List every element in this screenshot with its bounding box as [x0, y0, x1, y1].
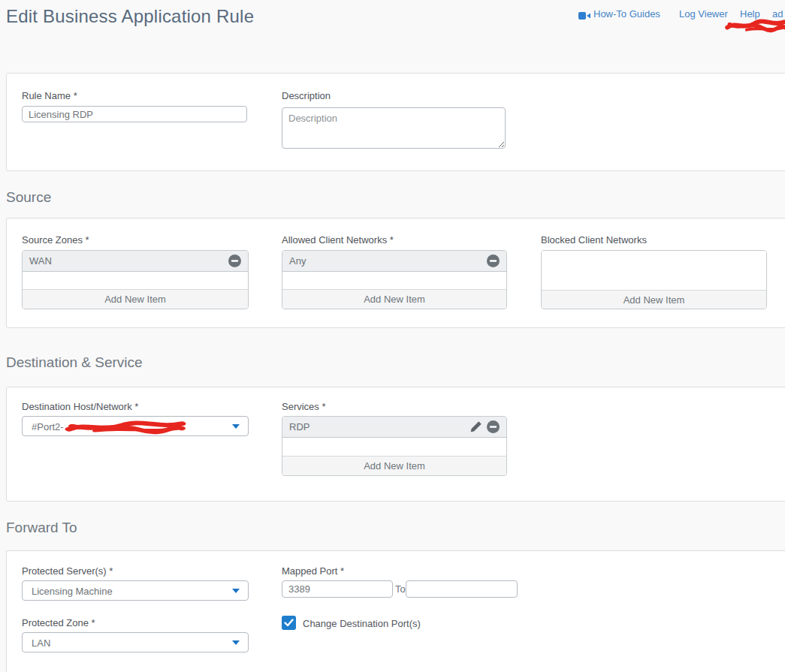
allowed-client-networks-list: Any Add New Item: [282, 250, 507, 309]
destination-host-network-dropdown[interactable]: #Port2-: [22, 416, 249, 436]
remove-item-icon[interactable]: [228, 255, 241, 267]
destination-service-section-heading: Destination & Service: [6, 354, 143, 371]
nav-how-to-guides[interactable]: How-To Guides: [593, 8, 660, 20]
destination-service-card: Destination Host/Network * #Port2- Servi…: [6, 387, 785, 502]
add-new-item-button[interactable]: Add New Item: [282, 289, 506, 309]
protected-servers-label: Protected Server(s) *: [22, 565, 113, 577]
rule-name-label: Rule Name *: [22, 90, 77, 101]
check-icon: [284, 619, 294, 627]
list-spacer: [282, 272, 506, 289]
page-title: Edit Business Application Rule: [6, 6, 254, 27]
blocked-client-networks-label: Blocked Client Networks: [541, 234, 647, 246]
add-new-item-button[interactable]: Add New Item: [542, 290, 766, 309]
list-item-label: WAN: [29, 255, 224, 267]
protected-zone-dropdown[interactable]: LAN: [22, 632, 249, 652]
source-card: Source Zones * WAN Add New Item Allowed …: [6, 218, 785, 328]
services-label: Services *: [282, 401, 326, 412]
list-item-label: RDP: [289, 421, 465, 432]
list-item: RDP: [282, 417, 506, 438]
redaction-scribble-destination: [65, 419, 186, 435]
video-camera-icon: [578, 10, 590, 19]
description-textarea[interactable]: [282, 107, 506, 149]
forward-to-card: Protected Server(s) * Licensing Machine …: [6, 550, 785, 672]
general-card: Rule Name * Description: [6, 73, 785, 171]
source-zones-label: Source Zones *: [22, 234, 89, 246]
protected-servers-dropdown[interactable]: Licensing Machine: [22, 580, 249, 601]
dropdown-value: #Port2-: [32, 421, 64, 432]
change-destination-ports-label: Change Destination Port(s): [303, 618, 421, 629]
list-spacer: [542, 251, 766, 290]
list-item: Any: [282, 251, 506, 272]
nav-help[interactable]: Help: [740, 8, 760, 20]
mapped-port-to-label: To: [395, 583, 406, 595]
mapped-port-input[interactable]: [282, 580, 393, 598]
allowed-client-networks-label: Allowed Client Networks *: [282, 234, 394, 246]
add-new-item-button[interactable]: Add New Item: [23, 289, 248, 309]
add-new-item-button[interactable]: Add New Item: [282, 456, 506, 475]
destination-host-network-label: Destination Host/Network *: [22, 401, 138, 412]
redaction-scribble-header: [725, 17, 785, 33]
nav-log-viewer[interactable]: Log Viewer: [679, 8, 728, 20]
edit-business-application-rule-page: Edit Business Application Rule How-To Gu…: [0, 0, 785, 672]
forward-to-section-heading: Forward To: [6, 520, 77, 536]
rule-name-input[interactable]: [22, 106, 247, 122]
list-spacer: [282, 438, 506, 456]
chevron-down-icon: [232, 589, 240, 593]
list-spacer: [23, 272, 248, 289]
source-zones-list: WAN Add New Item: [22, 250, 249, 309]
dropdown-value: LAN: [32, 637, 50, 649]
protected-zone-label: Protected Zone *: [22, 617, 95, 628]
source-section-heading: Source: [6, 189, 51, 206]
services-list: RDP Add New Item: [282, 416, 507, 476]
remove-item-icon[interactable]: [487, 255, 500, 267]
list-item: WAN: [23, 251, 248, 272]
mapped-port-to-input[interactable]: [406, 580, 518, 598]
chevron-down-icon: [232, 640, 240, 645]
remove-item-icon[interactable]: [487, 420, 500, 433]
description-label: Description: [282, 90, 331, 101]
blocked-client-networks-list: Add New Item: [541, 250, 767, 309]
mapped-port-label: Mapped Port *: [282, 565, 344, 577]
chevron-down-icon: [232, 424, 240, 429]
dropdown-value: Licensing Machine: [32, 586, 113, 597]
list-item-label: Any: [289, 255, 482, 267]
nav-admin-menu[interactable]: ad: [772, 8, 783, 20]
edit-pencil-icon[interactable]: [469, 420, 482, 433]
change-destination-ports-checkbox[interactable]: [282, 616, 296, 630]
